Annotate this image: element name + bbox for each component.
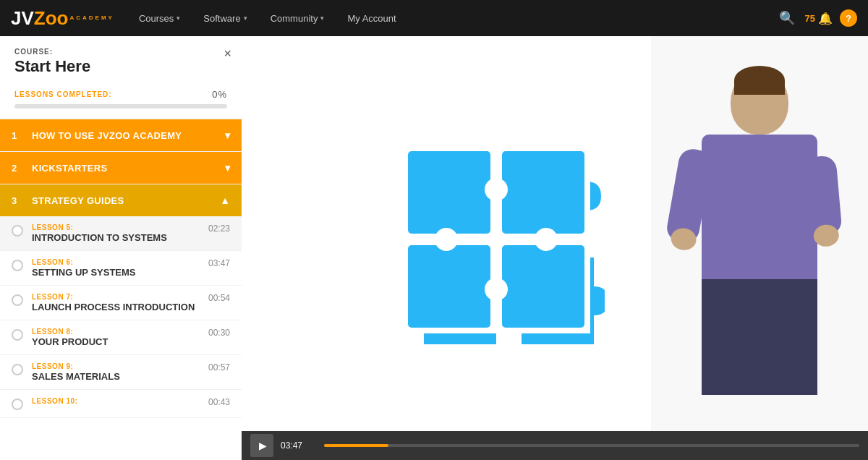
lesson-item-8[interactable]: LESSON 8: YOUR PRODUCT 00:30 — [0, 320, 242, 355]
section-3-chevron-icon: ▲ — [220, 195, 230, 206]
lesson-6-name: SETTING UP SYSTEMS — [32, 267, 203, 278]
video-time: 03:47 — [281, 440, 317, 451]
lesson-6-label: LESSON 6: — [32, 258, 203, 266]
lesson-6-time: 03:47 — [203, 258, 230, 268]
courses-arrow-icon: ▾ — [176, 14, 180, 22]
section-3-title: STRATEGY GUIDES — [32, 195, 220, 206]
section-1-number: 1 — [12, 130, 23, 141]
svg-rect-42 — [408, 245, 490, 328]
logo-academy: ACADEMY — [69, 14, 114, 21]
accordion-section-3: 3 STRATEGY GUIDES ▲ LESSON 5: INTRODUCTI… — [0, 184, 242, 418]
lesson-8-circle — [12, 329, 23, 341]
section-1-title: HOW TO USE JVZOO ACADEMY — [32, 130, 225, 141]
section-2-chevron-icon: ▾ — [225, 162, 230, 174]
puzzle-clean-svg — [402, 145, 590, 333]
logo[interactable]: JVZoo ACADEMY — [11, 9, 114, 27]
lesson-6-info: LESSON 6: SETTING UP SYSTEMS — [32, 258, 203, 278]
lesson-10-circle — [12, 399, 23, 410]
logo-zoo: Zoo — [34, 9, 69, 27]
sidebar: COURSE: Start Here × LESSONS COMPLETED: … — [0, 36, 242, 460]
logo-jv: JV — [11, 9, 34, 27]
nav-links: Courses ▾ Software ▾ Community ▾ My Acco… — [129, 7, 776, 30]
accordion-section-1: 1 HOW TO USE JVZOO ACADEMY ▾ — [0, 119, 242, 151]
lesson-9-info: LESSON 9: SALES MATERIALS — [32, 362, 203, 382]
nav-right: 🔍 75 🔔 ? — [776, 7, 857, 29]
accordion-section-2: 2 KICKSTARTERS ▾ — [0, 151, 242, 184]
lesson-5-circle — [12, 225, 23, 237]
course-label: COURSE: — [14, 48, 227, 56]
lesson-item-5[interactable]: LESSON 5: INTRODUCTION TO SYSTEMS 02:23 — [0, 216, 242, 251]
section-2-title: KICKSTARTERS — [32, 163, 225, 174]
community-arrow-icon: ▾ — [320, 14, 324, 22]
navbar: JVZoo ACADEMY Courses ▾ Software ▾ Commu… — [0, 0, 868, 36]
lesson-10-time: 00:43 — [203, 397, 230, 407]
nav-account[interactable]: My Account — [337, 7, 406, 30]
lesson-item-6[interactable]: LESSON 6: SETTING UP SYSTEMS 03:47 — [0, 251, 242, 286]
lesson-item-9[interactable]: LESSON 9: SALES MATERIALS 00:57 — [0, 355, 242, 390]
lesson-5-time: 02:23 — [203, 223, 230, 234]
lesson-8-time: 00:30 — [203, 328, 230, 338]
svg-rect-36 — [408, 151, 490, 234]
lesson-9-time: 00:57 — [203, 362, 230, 372]
video-area[interactable]: ▶ 03:47 — [242, 36, 868, 460]
person-area — [651, 36, 868, 431]
lesson-5-label: LESSON 5: — [32, 223, 203, 231]
sidebar-header: COURSE: Start Here — [0, 36, 242, 82]
section-1-chevron-icon: ▾ — [225, 129, 230, 141]
main-layout: COURSE: Start Here × LESSONS COMPLETED: … — [0, 36, 868, 460]
search-button[interactable]: 🔍 — [776, 7, 798, 29]
puzzle-graphic — [402, 145, 605, 351]
lesson-8-info: LESSON 8: YOUR PRODUCT — [32, 328, 203, 347]
play-icon: ▶ — [259, 440, 267, 451]
lesson-item-10[interactable]: LESSON 10: 00:43 — [0, 390, 242, 418]
section-2-header[interactable]: 2 KICKSTARTERS ▾ — [0, 152, 242, 184]
svg-rect-49 — [402, 234, 590, 245]
lesson-8-label: LESSON 8: — [32, 328, 203, 336]
lesson-7-name: LAUNCH PROCESS INTRODUCTION — [32, 302, 203, 312]
notification-area[interactable]: 75 🔔 — [805, 12, 833, 25]
lesson-9-label: LESSON 9: — [32, 362, 203, 370]
person-arm-left — [665, 147, 713, 245]
lesson-10-label: LESSON 10: — [32, 397, 203, 405]
notification-count: 75 — [805, 13, 815, 24]
close-button[interactable]: × — [224, 46, 231, 61]
nav-courses[interactable]: Courses ▾ — [129, 7, 190, 30]
nav-community[interactable]: Community ▾ — [260, 7, 335, 30]
person-hair — [734, 66, 785, 95]
person-arm-right — [803, 155, 842, 237]
help-button[interactable]: ? — [840, 9, 857, 27]
lesson-10-info: LESSON 10: — [32, 397, 203, 406]
lesson-8-name: YOUR PRODUCT — [32, 336, 203, 347]
progress-label: LESSONS COMPLETED: 0% — [14, 89, 227, 100]
bell-icon: 🔔 — [818, 12, 833, 25]
svg-rect-39 — [502, 151, 584, 234]
video-progress-track[interactable] — [324, 444, 859, 447]
software-arrow-icon: ▾ — [244, 14, 247, 22]
video-progress-fill — [324, 444, 388, 447]
lesson-5-name: INTRODUCTION TO SYSTEMS — [32, 232, 203, 243]
section-3-number: 3 — [12, 195, 23, 206]
progress-section: LESSONS COMPLETED: 0% — [0, 82, 242, 119]
person-silhouette — [680, 55, 839, 431]
person-pants — [702, 279, 817, 395]
lesson-6-circle — [12, 260, 23, 271]
person-hand-right — [813, 223, 840, 247]
lesson-9-circle — [12, 364, 23, 375]
progress-bar-background — [14, 104, 227, 108]
play-button[interactable]: ▶ — [250, 434, 273, 457]
progress-percentage: 0% — [212, 89, 227, 100]
lesson-9-name: SALES MATERIALS — [32, 371, 203, 382]
person-head — [731, 69, 788, 135]
section-2-number: 2 — [12, 163, 23, 174]
person-hand-left — [669, 226, 698, 252]
section-3-header[interactable]: 3 STRATEGY GUIDES ▲ — [0, 184, 242, 216]
video-controls: ▶ 03:47 — [242, 431, 868, 460]
nav-software[interactable]: Software ▾ — [193, 7, 257, 30]
lesson-5-info: LESSON 5: INTRODUCTION TO SYSTEMS — [32, 223, 203, 243]
section-1-header[interactable]: 1 HOW TO USE JVZOO ACADEMY ▾ — [0, 119, 242, 151]
lesson-7-label: LESSON 7: — [32, 293, 203, 301]
lesson-7-circle — [12, 294, 23, 306]
lesson-item-7[interactable]: LESSON 7: LAUNCH PROCESS INTRODUCTION 00… — [0, 286, 242, 320]
course-title: Start Here — [14, 57, 227, 76]
lesson-7-time: 00:54 — [203, 293, 230, 303]
